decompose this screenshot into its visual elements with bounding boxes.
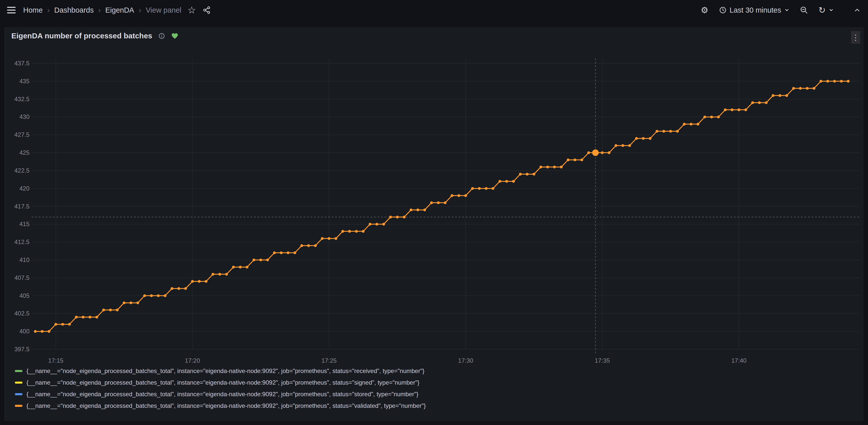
favorite-star-icon[interactable]: ☆: [187, 5, 196, 15]
zoom-out-icon[interactable]: [800, 6, 808, 14]
chart-plot-area[interactable]: [32, 58, 860, 353]
refresh-icon[interactable]: ↻: [818, 6, 826, 15]
y-tick-label: 410: [5, 256, 30, 263]
y-tick-label: 405: [5, 292, 30, 299]
breadcrumb: Home › Dashboards › EigenDA › View panel: [23, 6, 182, 15]
breadcrumb-item-dashboards[interactable]: Dashboards: [54, 6, 93, 15]
y-tick-label: 402.5: [5, 310, 30, 317]
top-nav-bar: Home › Dashboards › EigenDA › View panel…: [0, 0, 868, 20]
breadcrumb-item-view-panel: View panel: [146, 6, 181, 15]
legend-swatch: [15, 370, 23, 372]
legend-label: {__name__="node_eigenda_processed_batche…: [27, 402, 426, 409]
x-tick-label: 17:30: [451, 357, 481, 364]
legend-label: {__name__="node_eigenda_processed_batche…: [27, 379, 420, 386]
chart-svg[interactable]: [32, 58, 860, 353]
y-tick-label: 435: [5, 78, 30, 85]
x-tick-label: 17:20: [177, 357, 208, 364]
graph-panel: EigenDA number of processed batches ⋮ 39…: [4, 27, 864, 421]
legend-swatch: [15, 381, 23, 384]
y-tick-label: 400: [5, 328, 30, 335]
settings-gear-icon[interactable]: ⚙: [701, 6, 708, 15]
y-tick-label: 425: [5, 149, 30, 156]
x-tick-label: 17:25: [314, 357, 344, 364]
legend: {__name__="node_eigenda_processed_batche…: [15, 365, 426, 412]
panel-menu-kebab-icon[interactable]: ⋮: [851, 31, 860, 44]
y-tick-label: 430: [5, 113, 30, 120]
legend-item-stored[interactable]: {__name__="node_eigenda_processed_batche…: [15, 389, 426, 400]
refresh-button-group: ↻: [818, 6, 834, 15]
refresh-interval-chevron-icon[interactable]: [829, 7, 834, 12]
nav-actions: ⚙ Last 30 minutes ↻: [701, 6, 861, 15]
x-axis: 17:1517:2017:2517:3017:3517:40: [32, 357, 860, 366]
share-icon[interactable]: [203, 6, 211, 14]
breadcrumb-separator-icon: ›: [138, 6, 141, 15]
x-tick-label: 17:15: [40, 357, 71, 364]
breadcrumb-separator-icon: ›: [47, 6, 50, 15]
time-range-picker[interactable]: Last 30 minutes: [719, 6, 789, 15]
y-tick-label: 427.5: [5, 131, 30, 138]
legend-label: {__name__="node_eigenda_processed_batche…: [27, 391, 418, 398]
legend-item-signed[interactable]: {__name__="node_eigenda_processed_batche…: [15, 377, 426, 389]
y-tick-label: 437.5: [5, 60, 30, 67]
y-tick-label: 397.5: [5, 346, 30, 353]
info-icon[interactable]: [158, 33, 165, 39]
y-tick-label: 420: [5, 185, 30, 192]
alert-health-heart-icon: [171, 32, 179, 39]
legend-label: {__name__="node_eigenda_processed_batche…: [27, 367, 425, 374]
legend-item-validated[interactable]: {__name__="node_eigenda_processed_batche…: [15, 400, 426, 412]
clock-icon: [719, 6, 726, 14]
x-tick-label: 17:40: [724, 357, 754, 364]
chevron-down-icon: [784, 7, 789, 12]
y-tick-label: 415: [5, 221, 30, 228]
legend-swatch: [15, 393, 23, 395]
breadcrumb-item-home[interactable]: Home: [23, 6, 42, 15]
collapse-chevron-up-icon[interactable]: [854, 6, 861, 14]
breadcrumb-item-eigenda[interactable]: EigenDA: [105, 6, 134, 15]
y-tick-label: 407.5: [5, 274, 30, 281]
breadcrumb-separator-icon: ›: [98, 6, 101, 15]
y-tick-label: 417.5: [5, 203, 30, 210]
time-range-label: Last 30 minutes: [730, 6, 781, 15]
legend-swatch: [15, 405, 23, 407]
x-tick-label: 17:35: [587, 357, 618, 364]
y-tick-label: 422.5: [5, 167, 30, 174]
panel-title[interactable]: EigenDA number of processed batches: [11, 32, 152, 40]
panel-header: EigenDA number of processed batches: [5, 28, 863, 44]
y-tick-label: 412.5: [5, 238, 30, 246]
y-tick-label: 432.5: [5, 96, 30, 103]
legend-item-received[interactable]: {__name__="node_eigenda_processed_batche…: [15, 365, 426, 377]
menu-icon[interactable]: [7, 7, 16, 13]
